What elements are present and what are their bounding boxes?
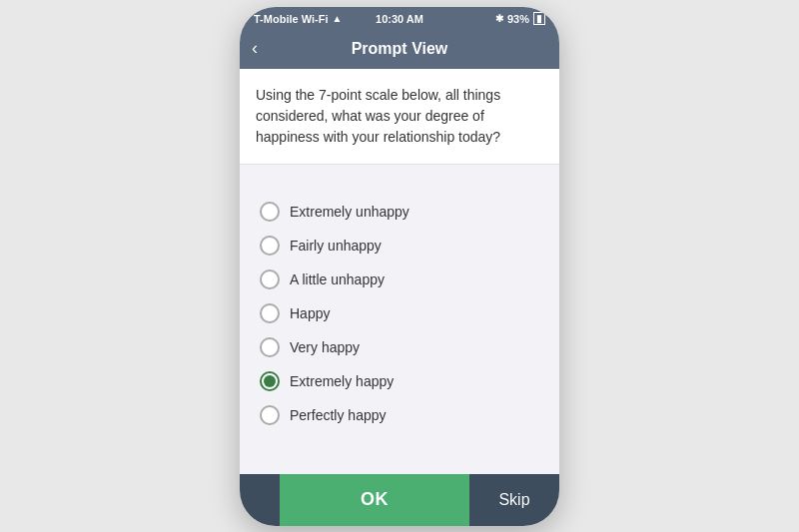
- nav-title: Prompt View: [352, 40, 448, 58]
- battery-label: 93%: [507, 13, 529, 25]
- question-text: Using the 7-point scale below, all thing…: [256, 85, 543, 148]
- option-extremely-unhappy[interactable]: Extremely unhappy: [260, 195, 539, 229]
- option-very-happy[interactable]: Very happy: [260, 330, 539, 364]
- status-left: T-Mobile Wi-Fi ▲: [254, 13, 342, 25]
- nav-bar: ‹ Prompt View: [240, 29, 559, 69]
- option-label-2: Fairly unhappy: [290, 238, 382, 254]
- radio-circle-2: [260, 236, 280, 256]
- radio-circle-4: [260, 303, 280, 323]
- option-label-6: Extremely happy: [290, 373, 394, 389]
- wifi-icon: ▲: [332, 13, 342, 24]
- ok-button[interactable]: OK: [280, 474, 469, 526]
- option-label-3: A little unhappy: [290, 271, 385, 287]
- radio-circle-6: [260, 371, 280, 391]
- battery-icon: ▮: [533, 12, 545, 25]
- option-label-5: Very happy: [290, 339, 360, 355]
- radio-circle-3: [260, 269, 280, 289]
- option-label-7: Perfectly happy: [290, 407, 387, 423]
- option-fairly-unhappy[interactable]: Fairly unhappy: [260, 229, 539, 263]
- left-dark-spacer: [240, 474, 280, 526]
- phone-frame: T-Mobile Wi-Fi ▲ 10:30 AM ✱ 93% ▮ ‹ Prom…: [240, 7, 559, 526]
- radio-circle-5: [260, 337, 280, 357]
- option-label-1: Extremely unhappy: [290, 204, 409, 220]
- bottom-bar: OK Skip: [240, 474, 559, 526]
- status-right: ✱ 93% ▮: [495, 12, 545, 25]
- options-section: Extremely unhappy Fairly unhappy A littl…: [240, 177, 559, 448]
- carrier-label: T-Mobile Wi-Fi: [254, 13, 328, 25]
- option-label-4: Happy: [290, 305, 330, 321]
- content-area: Using the 7-point scale below, all thing…: [240, 69, 559, 474]
- bluetooth-icon: ✱: [495, 13, 503, 24]
- radio-circle-7: [260, 405, 280, 425]
- question-card: Using the 7-point scale below, all thing…: [240, 69, 559, 165]
- status-bar: T-Mobile Wi-Fi ▲ 10:30 AM ✱ 93% ▮: [240, 7, 559, 29]
- back-button[interactable]: ‹: [252, 38, 258, 59]
- radio-circle-1: [260, 202, 280, 222]
- skip-button[interactable]: Skip: [469, 474, 559, 526]
- option-extremely-happy[interactable]: Extremely happy: [260, 364, 539, 398]
- option-happy[interactable]: Happy: [260, 296, 539, 330]
- option-little-unhappy[interactable]: A little unhappy: [260, 263, 539, 296]
- time-label: 10:30 AM: [376, 13, 423, 25]
- option-perfectly-happy[interactable]: Perfectly happy: [260, 398, 539, 432]
